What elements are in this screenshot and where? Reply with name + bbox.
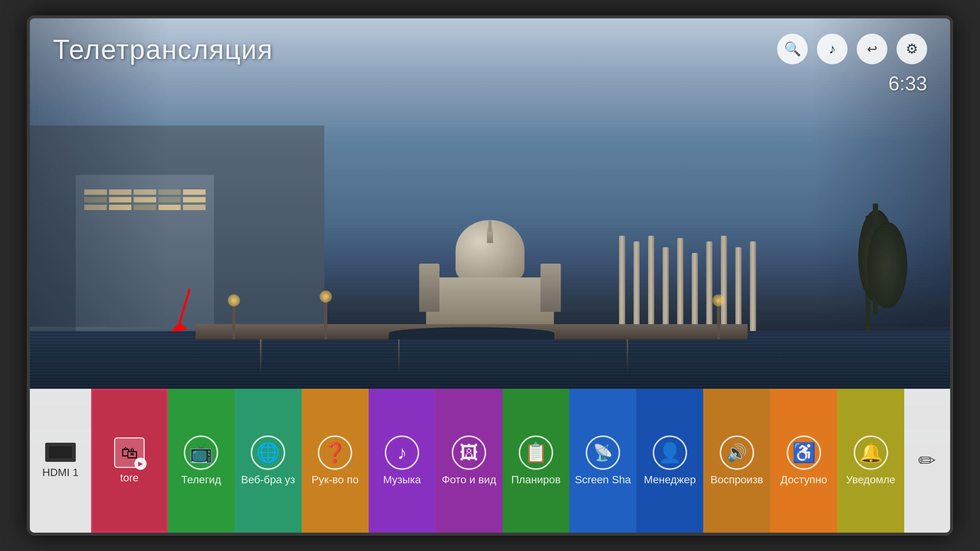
app-label-photos: Фото и вид: [439, 474, 499, 486]
screensha-icon: 📡: [586, 435, 620, 470]
app-item-manager[interactable]: 👤 Менеджер: [636, 389, 703, 533]
header: Телетрансляция 🔍 ♪ ↩ ⚙: [30, 18, 950, 132]
app-label-music: Музыка: [372, 474, 432, 486]
app-label-manager: Менеджер: [640, 474, 700, 486]
app-label-planner: Планиров: [506, 474, 566, 486]
app-label-access: Доступно: [774, 474, 834, 486]
arrow-svg: [159, 286, 209, 339]
app-label-store: tore: [96, 472, 163, 484]
app-label-player: Воспроизв: [707, 474, 767, 486]
app-item-planner[interactable]: 📋 Планиров: [503, 389, 570, 533]
search-button[interactable]: 🔍: [777, 34, 808, 64]
app-item-player[interactable]: 🔊 Воспроизв: [703, 389, 770, 533]
photos-icon: 🖼: [452, 435, 486, 470]
app-item-store[interactable]: 🛍 ▶ tore: [91, 389, 168, 533]
app-bar: HDMI 1 🛍 ▶ tore 📺 Телегид 🌐 Веб-бра уз: [30, 389, 950, 533]
edit-pencil-icon: ✏: [918, 448, 936, 473]
app-label-notif: Уведомле: [841, 474, 901, 486]
svg-marker-1: [170, 322, 188, 332]
settings-button[interactable]: ⚙: [897, 34, 927, 64]
music-button[interactable]: ♪: [817, 34, 848, 64]
settings-gear-icon: ⚙: [906, 41, 918, 57]
time-display: 6:33: [889, 72, 927, 95]
app-item-hdmi[interactable]: HDMI 1: [30, 389, 91, 533]
app-item-teleguide[interactable]: 📺 Телегид: [168, 389, 235, 533]
store-icon-wrap: 🛍 ▶: [114, 437, 145, 468]
app-item-photos[interactable]: 🖼 Фото и вид: [436, 389, 503, 533]
manager-icon: 👤: [653, 435, 687, 470]
app-item-screensha[interactable]: 📡 Screen Sha: [569, 389, 636, 533]
app-label-teleguide: Телегид: [171, 474, 231, 486]
app-item-manual[interactable]: ❓ Рук-во по: [302, 389, 369, 533]
page-title: Телетрансляция: [53, 34, 273, 65]
teleguide-icon: 📺: [184, 435, 218, 470]
app-item-notif[interactable]: 🔔 Уведомле: [837, 389, 904, 533]
app-label-screensha: Screen Sha: [573, 474, 633, 486]
music-note-icon: ♪: [829, 41, 836, 57]
store-play-icon: ▶: [134, 458, 147, 470]
app-item-music[interactable]: ♪ Музыка: [369, 389, 436, 533]
manual-icon: ❓: [318, 435, 352, 470]
music-app-icon: ♪: [385, 435, 419, 470]
input-button[interactable]: ↩: [857, 34, 887, 64]
app-label-hdmi: HDMI 1: [33, 466, 88, 479]
header-right: 🔍 ♪ ↩ ⚙ 6:33: [777, 34, 927, 95]
app-label-browser: Веб-бра уз: [238, 474, 298, 486]
planner-icon: 📋: [519, 435, 553, 470]
arrow-indicator: [159, 286, 209, 341]
search-icon: 🔍: [784, 41, 801, 57]
notif-icon: 🔔: [854, 435, 888, 470]
back-arrow-icon: ↩: [867, 42, 877, 56]
hdmi-icon: [45, 443, 76, 462]
header-icons: 🔍 ♪ ↩ ⚙: [777, 34, 927, 64]
browser-icon: 🌐: [251, 435, 285, 470]
speaker-bt-icon: 🔊: [726, 443, 747, 463]
app-item-edit[interactable]: ✏: [904, 389, 950, 533]
tv-frame: Телетрансляция 🔍 ♪ ↩ ⚙: [27, 15, 953, 536]
app-label-manual: Рук-во по: [305, 474, 365, 486]
access-icon: ♿: [787, 435, 821, 470]
app-item-browser[interactable]: 🌐 Веб-бра уз: [235, 389, 302, 533]
tv-screen: Телетрансляция 🔍 ♪ ↩ ⚙: [30, 18, 950, 533]
app-item-access[interactable]: ♿ Доступно: [770, 389, 837, 533]
player-icon: 🔊: [720, 435, 754, 470]
svg-line-0: [178, 290, 189, 328]
